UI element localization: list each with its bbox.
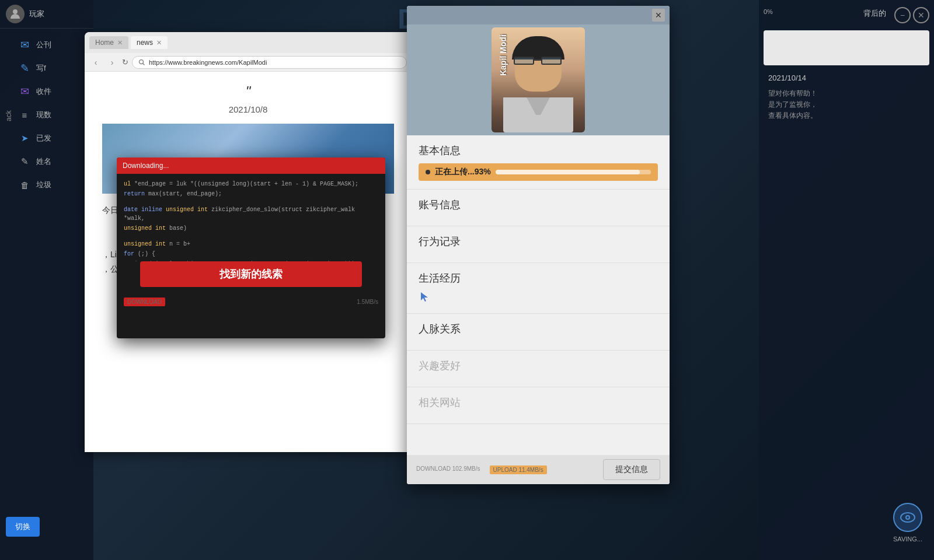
code-line-2: return max(start, end_page);: [124, 190, 378, 198]
trash-icon: 🗑: [18, 178, 32, 192]
right-content-box: [764, 30, 929, 65]
svg-marker-6: [421, 292, 428, 302]
upload-dot: [426, 170, 430, 174]
avatar-container: Kapil Modi: [492, 27, 585, 132]
forward-button[interactable]: ›: [106, 56, 119, 69]
avatar-image: Kapil Modi: [492, 27, 585, 132]
right-panel-text-2: 是为了监视你，: [768, 99, 925, 110]
avatar-hair: [512, 36, 564, 60]
tab-news[interactable]: news ✕: [131, 36, 168, 49]
find-clue-button[interactable]: 找到新的线索: [140, 261, 362, 287]
upload-bar-background: [496, 170, 651, 174]
section-interests: 兴趣爱好: [407, 351, 670, 387]
url-bar[interactable]: https://www.breakingnews.com/KapilModi: [132, 56, 407, 69]
mail-icon: ✉: [18, 38, 32, 52]
download-titlebar: Downloading...: [117, 158, 385, 174]
sent-icon: ➤: [18, 131, 32, 145]
code-line-1: ul *end_page = luk *((unsigned long)(sta…: [124, 180, 378, 188]
svg-line-5: [143, 63, 145, 65]
download-window: Downloading... ul *end_page = luk *((uns…: [117, 158, 385, 338]
profile-header-bar: ✕: [407, 6, 670, 24]
sidebar-item-label: 现数: [36, 110, 51, 120]
eye-icon: [900, 509, 916, 526]
sidebar-item-sent[interactable]: ➤ 已发: [12, 127, 93, 150]
code-line-4: date inline unsigned int zikcipher_done_…: [124, 205, 378, 223]
download-title: Downloading...: [123, 162, 169, 170]
tab-home-label: Home: [95, 38, 114, 47]
sidebar-item-edit[interactable]: ✎ 写f: [12, 57, 93, 80]
cursor-indicator: [419, 291, 658, 305]
cursor-icon: [419, 291, 430, 303]
section-account-info-title: 账号信息: [419, 198, 658, 212]
section-life-history-title: 生活经历: [419, 271, 658, 285]
code-line-5: unsigned int base): [124, 224, 378, 233]
right-panel-text-3: 查看具体内容。: [768, 110, 925, 121]
section-basic-info: 基本信息 正在上传...93%: [407, 135, 670, 190]
code-line-6: [124, 234, 378, 239]
svg-point-3: [907, 516, 909, 519]
avatar: [6, 5, 25, 23]
left-sidebar: 玩家 ack ✉ 公刊 ✎ 写f ✉ 收件 ≡ 现数 ➤ 已发 ✎ 姓名 🗑: [0, 0, 93, 560]
section-behavior-log: 行为记录: [407, 226, 670, 263]
sidebar-item-trash[interactable]: 🗑 垃圾: [12, 173, 93, 197]
saving-label: SAVING...: [893, 536, 922, 542]
profile-close-button[interactable]: ✕: [652, 9, 665, 22]
sidebar-item-label: 收件: [36, 86, 51, 97]
article-quote: ": [102, 83, 394, 100]
user-row: 玩家: [0, 0, 93, 29]
avatar-glasses: [514, 57, 563, 67]
url-text: https://www.breakingnews.com/KapilModi: [149, 59, 267, 66]
person-icon: [9, 8, 21, 20]
progress-label: 0%: [764, 5, 773, 23]
sidebar-item-label: 公刊: [36, 40, 51, 50]
upload-progress-bar: 正在上传...93%: [419, 163, 658, 181]
back-label: ack: [0, 46, 18, 124]
inbox-icon: ✉: [18, 85, 32, 99]
tab-home[interactable]: Home ✕: [89, 36, 128, 49]
profile-panel: ✕ Kapil Modi: [407, 6, 670, 484]
code-line-7: unsigned int n = b+: [124, 240, 378, 249]
footer-upload-label: UPLOAD: [493, 467, 517, 473]
tab-home-close[interactable]: ✕: [117, 39, 123, 47]
footer-download-status: DOWNLOAD 102.9MB/s: [416, 466, 480, 474]
download-speed: 1.5MB/s: [357, 299, 378, 305]
switch-button[interactable]: 切换: [6, 517, 40, 537]
section-account-info: 账号信息: [407, 190, 670, 226]
tab-news-label: news: [137, 38, 153, 47]
footer-download-speed: 102.9MB/s: [452, 466, 480, 472]
section-behavior-log-title: 行为记录: [419, 235, 658, 249]
sidebar-item-label: 写f: [36, 63, 46, 74]
code-line-8: for (;) {: [124, 250, 378, 258]
article-date: 2021/10/8: [102, 104, 394, 114]
sidebar-item-mail[interactable]: ✉ 公刊: [12, 33, 93, 57]
refresh-button[interactable]: ↻: [122, 58, 128, 66]
search-icon: [138, 59, 145, 66]
section-related-links-title: 相关网站: [419, 396, 658, 410]
profile-scrollable[interactable]: 基本信息 正在上传...93% 账号信息 行为记录: [407, 135, 670, 484]
sidebar-items: ✉ 公刊 ✎ 写f ✉ 收件 ≡ 现数 ➤ 已发 ✎ 姓名 🗑 垃圾: [12, 29, 93, 201]
download-footer: DOWNLOAD 1.5MB/s: [117, 293, 385, 311]
sidebar-item-label: 已发: [36, 133, 51, 144]
sidebar-item-list[interactable]: ≡ 现数: [12, 103, 93, 127]
back-button[interactable]: ‹: [89, 56, 102, 69]
footer-upload-speed: 11.4MB/s: [518, 467, 543, 473]
submit-button[interactable]: 提交信息: [603, 459, 660, 480]
footer-upload-status: UPLOAD 11.4MB/s: [490, 466, 547, 474]
browser-titlebar: Home ✕ news ✕: [85, 32, 412, 53]
sidebar-item-inbox[interactable]: ✉ 收件: [12, 80, 93, 103]
tab-news-close[interactable]: ✕: [156, 39, 162, 47]
svg-point-4: [140, 60, 144, 64]
code-area: ul *end_page = luk *((unsigned long)(sta…: [117, 174, 385, 261]
right-panel-date: 2021/10/14: [768, 74, 925, 82]
profile-footer: DOWNLOAD 102.9MB/s UPLOAD 11.4MB/s 提交信息: [407, 455, 670, 484]
code-line-3: [124, 200, 378, 204]
saving-circle: [893, 503, 922, 532]
name-icon: ✎: [18, 155, 32, 169]
minimize-button[interactable]: −: [894, 7, 911, 23]
list-icon: ≡: [18, 108, 32, 122]
section-social-network-title: 人脉关系: [419, 322, 658, 336]
section-interests-title: 兴趣爱好: [419, 359, 658, 373]
sidebar-item-name[interactable]: ✎ 姓名: [12, 150, 93, 173]
close-button[interactable]: ✕: [913, 7, 929, 23]
avatar-name-label: Kapil Modi: [499, 34, 508, 76]
